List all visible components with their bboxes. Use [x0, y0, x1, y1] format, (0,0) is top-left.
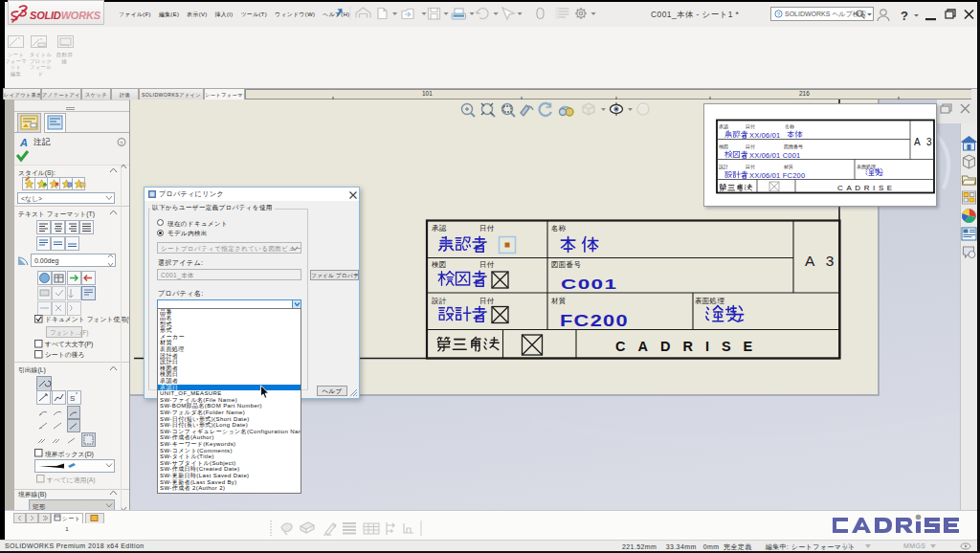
svg-text:境界線(B): 境界線(B) [18, 490, 46, 498]
svg-text:材質: 材質 [783, 164, 793, 170]
svg-text:承認: 承認 [432, 223, 447, 232]
svg-text:XX/06/01: XX/06/01 [749, 131, 780, 140]
svg-text:引出線(L): 引出線(L) [18, 366, 46, 374]
svg-text:図面番号: 図面番号 [551, 260, 581, 269]
svg-text:フォント...(F): フォント...(F) [50, 328, 88, 336]
svg-text:0.00deg: 0.00deg [34, 257, 58, 265]
svg-text:表面処理: 表面処理 [695, 297, 724, 305]
svg-text:材質: 材質 [551, 297, 567, 305]
svg-text:検図: 検図 [432, 260, 447, 269]
svg-text:FC200: FC200 [560, 311, 629, 328]
svg-text:XX/06/01 FC200: XX/06/01 FC200 [749, 171, 805, 180]
svg-text:101: 101 [422, 90, 433, 97]
svg-text:日付: 日付 [746, 144, 755, 150]
svg-text:日付: 日付 [479, 260, 495, 269]
svg-text:すべて大文字(P): すべて大文字(P) [44, 341, 93, 348]
svg-text:シートの後ろ: シートの後ろ [45, 351, 84, 358]
svg-text:?: ? [901, 9, 908, 23]
svg-text:名称: 名称 [551, 223, 567, 232]
svg-text:検図: 検図 [719, 144, 728, 150]
svg-text:?: ? [120, 140, 123, 145]
svg-text:日付: 日付 [746, 164, 755, 170]
svg-text:C001: C001 [561, 276, 618, 292]
svg-text:<なし>: <なし> [21, 194, 42, 202]
svg-text:図面番号: 図面番号 [784, 144, 803, 150]
svg-text:スタイル(S):: スタイル(S): [18, 169, 56, 177]
svg-text:設計: 設計 [432, 297, 447, 305]
svg-text:ドキュメント フォント使用(U): ドキュメント フォント使用(U) [45, 316, 129, 323]
svg-text:A 3: A 3 [914, 137, 933, 147]
svg-text:すべてに適用(A): すべてに適用(A) [46, 476, 95, 483]
svg-text:A: A [19, 137, 28, 148]
svg-text:日付: 日付 [479, 223, 495, 232]
svg-text:名称: 名称 [785, 123, 794, 129]
svg-text:境界ボックス(D): 境界ボックス(D) [45, 450, 94, 457]
svg-text:S: S [70, 394, 75, 403]
svg-text:日付: 日付 [479, 297, 495, 305]
svg-text:XX/06/01 C001: XX/06/01 C001 [749, 151, 800, 160]
svg-text:承認: 承認 [719, 123, 728, 129]
svg-text:216: 216 [799, 90, 810, 97]
svg-text:注記: 注記 [33, 137, 51, 146]
svg-text:日付: 日付 [746, 123, 755, 130]
svg-text:CADRISE: CADRISE [615, 339, 765, 354]
svg-text:SOLIDWORKS: SOLIDWORKS [30, 10, 101, 21]
svg-text:テキスト フォーマット(T): テキスト フォーマット(T) [18, 210, 95, 218]
svg-text:設計: 設計 [719, 164, 728, 169]
svg-text:*: * [76, 391, 78, 397]
svg-text:A 3: A 3 [805, 253, 837, 269]
svg-text:CADRISE: CADRISE [837, 183, 896, 191]
